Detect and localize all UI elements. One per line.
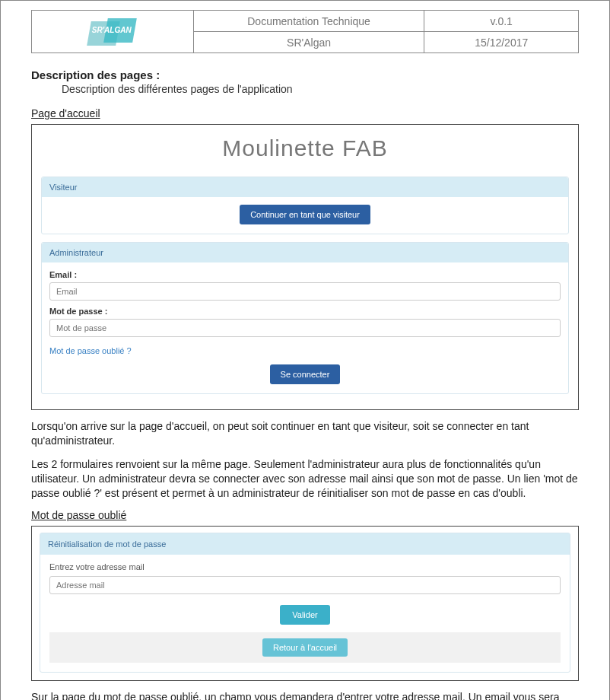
home-heading: Page d'accueil bbox=[31, 107, 579, 119]
logo-text: SR'ALGAN bbox=[92, 26, 132, 34]
sralgan-logo: SR'ALGAN bbox=[86, 17, 139, 47]
forgot-password-link[interactable]: Mot de passe oublié ? bbox=[49, 346, 132, 355]
visitor-panel: Visiteur Continuer en tant que visiteur bbox=[41, 177, 569, 234]
login-button[interactable]: Se connecter bbox=[270, 364, 341, 384]
screenshot-reset-email: Réinitialisation de mot de passe Entrez … bbox=[31, 526, 579, 681]
reset-email-field[interactable] bbox=[49, 576, 561, 594]
home-para-2: Les 2 formulaires renvoient sur la même … bbox=[31, 457, 579, 501]
back-home-button[interactable]: Retour à l'accueil bbox=[262, 638, 348, 657]
screenshot-home: Moulinette FAB Visiteur Continuer en tan… bbox=[31, 124, 579, 410]
forgot-heading: Mot de passe oublié bbox=[31, 509, 579, 521]
doc-version: v.0.1 bbox=[424, 11, 579, 32]
validate-email-button[interactable]: Valider bbox=[280, 605, 329, 625]
forgot-para: Sur la page du mot de passe oublié, un c… bbox=[31, 690, 579, 700]
home-para-1: Lorsqu'on arrive sur la page d'accueil, … bbox=[31, 419, 579, 448]
reset-panel-title: Réinitialisation de mot de passe bbox=[40, 533, 570, 555]
doc-type: Documentation Technique bbox=[193, 11, 424, 32]
visitor-panel-title: Visiteur bbox=[42, 177, 568, 197]
logo-cell: SR'ALGAN bbox=[32, 11, 194, 53]
document-header-table: SR'ALGAN Documentation Technique v.0.1 S… bbox=[31, 10, 579, 53]
email-label: Email : bbox=[49, 270, 561, 279]
reset-email-label: Entrez votre adresse mail bbox=[49, 562, 561, 571]
doc-date: 15/12/2017 bbox=[424, 32, 579, 53]
password-label: Mot de passe : bbox=[49, 307, 561, 316]
continue-visitor-button[interactable]: Continuer en tant que visiteur bbox=[240, 205, 370, 224]
section-intro: Description des différentes pages de l'a… bbox=[62, 83, 579, 95]
doc-project: SR'Algan bbox=[193, 32, 424, 53]
admin-panel: Administrateur Email : Mot de passe : Mo… bbox=[41, 242, 569, 394]
password-field[interactable] bbox=[49, 319, 561, 337]
app-title: Moulinette FAB bbox=[38, 129, 572, 172]
section-title: Description des pages : bbox=[31, 68, 579, 81]
admin-panel-title: Administrateur bbox=[42, 243, 568, 262]
email-field[interactable] bbox=[49, 282, 561, 301]
